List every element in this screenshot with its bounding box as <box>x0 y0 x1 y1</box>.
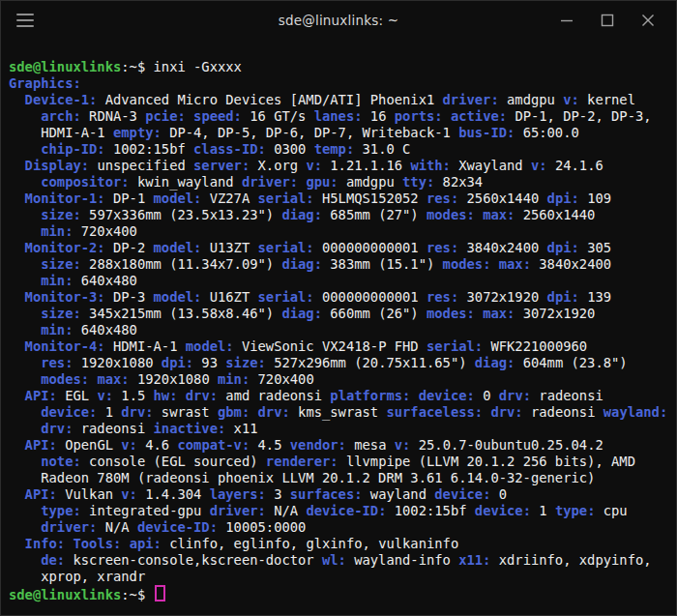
terminal-text: xdriinfo, xdpyinfo, <box>490 552 651 568</box>
hamburger-icon <box>16 19 34 21</box>
terminal-text <box>475 306 483 321</box>
key-label: x11: <box>458 552 490 568</box>
terminal-text: VZ27A <box>201 191 257 206</box>
terminal-line: sde@linuxlinks:~$ inxi -Gxxxx <box>9 59 676 75</box>
key-label: surfaces: <box>290 486 363 502</box>
terminal-text: 3072x1920 <box>458 289 546 305</box>
terminal-text: kms_swrast <box>290 404 387 420</box>
terminal-output[interactable]: sde@linuxlinks:~$ inxi -GxxxxGraphics: D… <box>1 40 676 615</box>
terminal-text: radeonsi <box>73 421 153 436</box>
terminal-line: drv: radeonsi inactive: x11 <box>9 421 676 437</box>
terminal-text: x11 <box>225 421 257 436</box>
key-label: max: <box>483 207 515 222</box>
terminal-line: Radeon 780M (radeonsi phoenix LLVM 20.1.… <box>9 470 676 486</box>
terminal-text: 1920x1080 <box>130 371 218 387</box>
key-label: serial: <box>427 338 483 354</box>
terminal-text: radeonsi <box>523 404 603 420</box>
terminal-text: 000000000001 <box>314 240 427 255</box>
terminal-line: min: 640x480 <box>9 322 676 338</box>
terminal-line: API: EGL v: 1.5 hw: drv: amd radeonsi pl… <box>9 388 676 404</box>
terminal-text <box>177 388 185 403</box>
terminal-text: 2560x1440 <box>515 207 595 222</box>
key-label: diag: <box>475 355 515 370</box>
menu-button[interactable] <box>16 13 34 28</box>
terminal-text: 1.5 <box>113 388 154 403</box>
terminal-text <box>186 108 193 124</box>
hamburger-icon <box>16 14 34 15</box>
key-label: compat-v: <box>177 437 250 453</box>
terminal-text: 1.21.1.16 <box>322 158 410 173</box>
key-label: bus-ID: <box>458 125 515 140</box>
key-label: Device-1: <box>9 92 97 107</box>
terminal-text: DP-3 <box>105 289 154 305</box>
key-label: dpi: <box>547 240 579 255</box>
key-label: modes: <box>427 306 475 321</box>
key-label: dpi: <box>547 191 579 206</box>
terminal-text: Advanced Micro Devices [AMD/ATI] Phoenix… <box>97 92 442 107</box>
terminal-line: type: integrated-gpu driver: N/A device-… <box>9 503 676 519</box>
terminal-text: 65:00.0 <box>515 125 578 140</box>
terminal-text <box>410 388 418 403</box>
close-icon <box>640 13 656 28</box>
terminal-line: de: kscreen-console,kscreen-doctor wl: w… <box>9 552 676 569</box>
terminal-text: DP-4, DP-5, DP-6, DP-7, Writeback-1 <box>162 125 458 140</box>
prompt-user-host: sde@linuxlinks <box>9 587 121 602</box>
maximize-button[interactable] <box>587 1 628 40</box>
terminal-text: 640x480 <box>73 273 136 288</box>
key-label: API: <box>9 486 57 502</box>
key-label: API: <box>9 388 57 403</box>
terminal-text: cpu <box>595 503 627 518</box>
key-label: device-ID: <box>137 519 218 535</box>
terminal-text: U13ZT <box>201 240 257 255</box>
terminal-text: xprop, xrandr <box>9 569 145 584</box>
key-label: modes: <box>443 256 491 272</box>
terminal-text <box>475 207 483 222</box>
key-label: de: <box>9 552 65 568</box>
terminal-text: 527x296mm (20.75x11.65") <box>266 355 475 370</box>
key-label: drv: <box>186 388 218 403</box>
terminal-text: WFK221000960 <box>483 338 587 354</box>
key-label: renderer: <box>266 454 338 469</box>
key-label: diag: <box>281 256 322 272</box>
terminal-line: API: OpenGL v: 4.6 compat-v: 4.5 vendor:… <box>9 437 676 454</box>
terminal-text: kernel <box>579 92 635 107</box>
terminal-line: Monitor-3: DP-3 model: U16ZT serial: 000… <box>9 289 676 306</box>
key-label: model: <box>154 240 202 255</box>
key-label: hw: <box>154 388 178 403</box>
terminal-text: 4.5 <box>250 437 290 453</box>
terminal-text: 0300 <box>266 141 314 157</box>
key-label: v: <box>563 92 579 107</box>
prompt-user-host: sde@linuxlinks <box>9 59 121 74</box>
terminal-text: amdgpu <box>338 174 402 190</box>
minimize-button[interactable] <box>546 1 587 40</box>
terminal-line: Monitor-2: DP-2 model: U13ZT serial: 000… <box>9 240 676 256</box>
key-label: layers: <box>210 486 266 502</box>
key-label: compositor: <box>9 174 130 190</box>
key-label: max: <box>483 306 515 321</box>
terminal-text: N/A <box>97 519 137 535</box>
terminal-text: amdgpu <box>499 92 563 107</box>
close-button[interactable] <box>628 1 668 40</box>
terminal-text: 82x34 <box>434 174 483 190</box>
maximize-icon <box>600 13 615 28</box>
terminal-line: xprop, xrandr <box>9 569 676 585</box>
terminal-text: DP-2 <box>105 240 154 255</box>
key-label: platforms: <box>330 388 410 403</box>
key-label: ports: <box>395 108 443 124</box>
terminal-text: 305 <box>579 240 611 255</box>
terminal-line: size: 345x215mm (13.58x8.46") diag: 660m… <box>9 306 676 322</box>
terminal-text: 31.0 C <box>354 141 410 157</box>
terminal-text: mesa <box>346 437 395 453</box>
key-label: tty: <box>402 174 434 190</box>
terminal-line: size: 288x180mm (11.34x7.09") diag: 383m… <box>9 256 676 273</box>
terminal-text: 1 <box>531 503 555 518</box>
terminal-text: 3840x2400 <box>531 256 611 272</box>
key-label: drv: <box>499 388 531 403</box>
terminal-line: chip-ID: 1002:15bf class-ID: 0300 temp: … <box>9 141 676 158</box>
key-label: serial: <box>258 289 314 305</box>
terminal-text: 383mm (15.1") <box>322 256 443 272</box>
terminal-text: swrast <box>154 404 218 420</box>
terminal-text: HDMI-A-1 <box>105 338 186 354</box>
key-label: modes: <box>427 207 475 222</box>
key-label: size: <box>9 207 81 222</box>
